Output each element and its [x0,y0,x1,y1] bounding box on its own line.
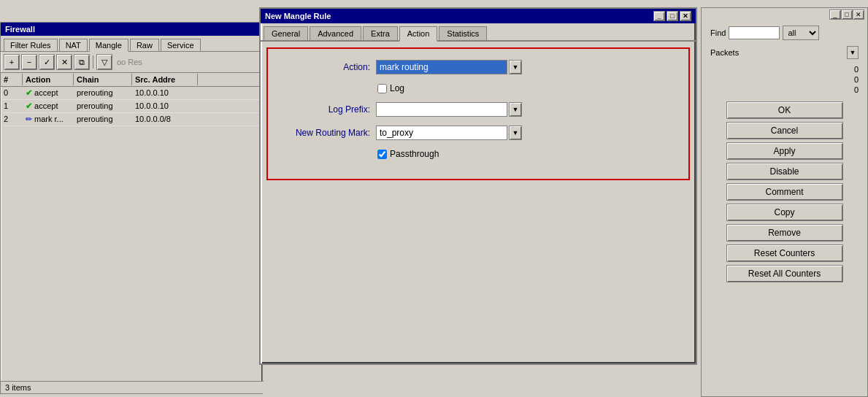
check-button[interactable]: ✓ [39,54,55,70]
copy-button[interactable]: Copy [726,204,843,221]
find-dropdown[interactable]: all [783,26,819,40]
packets-dropdown-arrow[interactable]: ▼ [847,46,859,59]
table-row[interactable]: 1 ✔ accept prerouting 10.0.0.10 [1,100,262,113]
firewall-titlebar: Firewall [1,23,262,36]
disable-button[interactable]: Disable [726,163,843,180]
toolbar-separator [93,55,93,69]
col-id: # [1,74,23,85]
action-panel: Action: ▼ Log Log Prefix: ▼ [266,47,690,180]
cancel-button[interactable]: Cancel [726,122,843,139]
copy-toolbar-button[interactable]: ⧉ [74,54,90,70]
comment-button[interactable]: Comment [726,183,843,201]
action-input[interactable] [376,60,507,74]
log-prefix-control: ▼ [376,102,674,117]
reset-all-counters-button[interactable]: Reset All Counters [726,265,843,282]
action-row: Action: ▼ [283,60,674,74]
cross-button[interactable]: ✕ [56,54,72,70]
dialog-minimize-button[interactable]: _ [653,11,665,21]
packets-label: Packets [710,48,847,57]
table-row[interactable]: 0 ✔ accept prerouting 10.0.0.10 [1,87,262,100]
cell-action: ✏ mark r... [23,113,74,126]
right-panel-close[interactable]: ✕ [853,9,864,20]
packets-value-1: 0 [707,75,861,84]
remove-button[interactable]: Remove [726,224,843,242]
log-label: Log [390,83,404,93]
action-label: Action: [283,62,370,72]
tab-nat[interactable]: NAT [59,39,88,51]
firewall-title: Firewall [5,25,35,34]
tab-raw[interactable]: Raw [130,39,159,51]
dialog-title-buttons: _ □ ✕ [653,11,691,21]
firewall-tabs: Filter Rules NAT Mangle Raw Service [1,36,262,52]
filter-button[interactable]: ▽ [96,54,112,70]
tab-extra[interactable]: Extra [363,26,398,40]
tab-general[interactable]: General [264,26,308,40]
firewall-window: Firewall Filter Rules NAT Mangle Raw Ser… [0,22,263,394]
routing-mark-control: ▼ [376,126,674,140]
routing-mark-row: New Routing Mark: ▼ [283,126,674,140]
log-prefix-input[interactable] [376,102,507,117]
action-control: ▼ [376,60,674,74]
tab-mangle[interactable]: Mangle [89,39,128,52]
cell-chain: prerouting [74,87,132,99]
tab-filter-rules[interactable]: Filter Rules [4,39,58,51]
dialog-titlebar: New Mangle Rule _ □ ✕ [261,9,696,23]
log-row: Log [283,83,674,93]
find-label: Find [710,28,726,37]
right-panel-minimize[interactable]: _ [829,9,841,20]
apply-button[interactable]: Apply [726,142,843,160]
cell-id: 1 [1,100,23,112]
cell-src: 10.0.0.10 [132,100,198,112]
tab-advanced[interactable]: Advanced [310,26,361,40]
passthrough-label: Passthrough [390,149,439,159]
passthrough-row: Passthrough [283,149,674,159]
tab-action[interactable]: Action [399,26,438,42]
add-button[interactable]: + [4,54,20,70]
col-src: Src. Addre [132,74,198,85]
toolbar: + − ✓ ✕ ⧉ ▽ oo Res [1,52,262,73]
dialog-tabs: General Advanced Extra Action Statistics [261,23,696,42]
log-prefix-row: Log Prefix: ▼ [283,102,674,117]
toolbar-reset-text: oo Res [117,58,142,66]
log-prefix-label: Log Prefix: [283,104,370,115]
log-checkbox[interactable] [377,84,387,93]
cell-action: ✔ accept [23,100,74,112]
routing-mark-input[interactable] [376,126,507,140]
tab-service[interactable]: Service [161,39,201,51]
dialog-title: New Mangle Rule [265,12,331,20]
cell-id: 2 [1,113,23,126]
col-action: Action [23,74,74,85]
routing-mark-label: New Routing Mark: [283,128,370,138]
right-panel: _ □ ✕ Find all Packets ▼ 0 0 0 OK Cancel… [701,7,868,397]
right-panel-titlebar: _ □ ✕ [702,8,867,21]
table-body: 0 ✔ accept prerouting 10.0.0.10 1 ✔ acce… [1,87,262,126]
cell-src: 10.0.0.0/8 [132,113,198,126]
cell-id: 0 [1,87,23,99]
remove-button[interactable]: − [21,54,37,70]
cell-src: 10.0.0.10 [132,87,198,99]
log-prefix-dropdown[interactable]: ▼ [509,102,522,117]
packets-value-0: 0 [707,65,861,74]
mangle-rule-dialog: New Mangle Rule _ □ ✕ General Advanced E… [259,7,697,365]
cell-action: ✔ accept [23,87,74,99]
packets-row: Packets ▼ [707,45,861,61]
status-bar: 3 items [1,381,264,393]
table-header: # Action Chain Src. Addre [1,73,262,87]
cell-chain: prerouting [74,113,132,126]
table-row[interactable]: 2 ✏ mark r... prerouting 10.0.0.0/8 [1,113,262,126]
ok-button[interactable]: OK [726,101,843,119]
button-panel: Find all Packets ▼ 0 0 0 OK Cancel Apply… [702,21,867,290]
reset-counters-button[interactable]: Reset Counters [726,244,843,262]
col-chain: Chain [74,74,132,85]
dialog-maximize-button[interactable]: □ [667,11,678,21]
passthrough-checkbox[interactable] [377,150,387,159]
tab-statistics[interactable]: Statistics [439,26,487,40]
cell-chain: prerouting [74,100,132,112]
dialog-close-button[interactable]: ✕ [680,11,691,21]
right-panel-maximize[interactable]: □ [841,9,853,20]
packets-value-2: 0 [707,85,861,94]
find-input[interactable] [729,26,780,39]
routing-mark-dropdown[interactable]: ▼ [509,126,522,140]
find-row: Find all [707,26,861,40]
action-dropdown-arrow[interactable]: ▼ [509,60,522,74]
